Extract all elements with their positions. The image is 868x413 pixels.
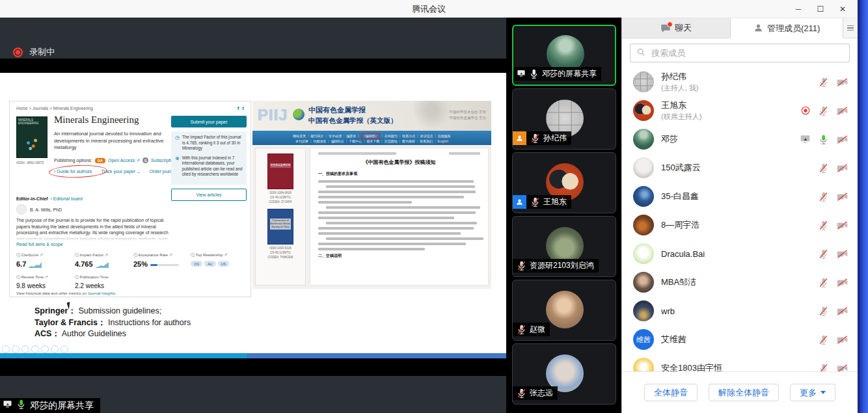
view-articles-button[interactable]: View articles <box>171 189 247 201</box>
cam-muted-icon[interactable] <box>836 134 848 145</box>
mic-muted-icon[interactable] <box>818 105 829 116</box>
breadcrumb[interactable]: Home > Journals > Minerals Engineering <box>16 106 93 111</box>
nav-item[interactable]: 本刊启事 <box>295 139 308 143</box>
member-row[interactable]: 8—周宇浩 <box>622 211 858 239</box>
shared-screen-content: Home > Journals > Minerals Engineering f… <box>0 73 506 353</box>
review-time-label: Review Time <box>16 274 48 280</box>
cam-muted-icon[interactable] <box>836 248 848 260</box>
video-thumbnail[interactable]: 孙纪伟 <box>512 88 616 150</box>
impact-factor-trend-chart <box>96 261 109 268</box>
mic-muted-icon[interactable] <box>818 163 829 174</box>
read-aims-link[interactable]: Read full aims & scope <box>16 242 63 246</box>
nav-item[interactable]: 在线期刊 <box>385 134 398 138</box>
participant-name: 邓莎的屏幕共享 <box>542 68 597 79</box>
sponsor-line: 中国有色金属学会 主办 <box>449 115 486 121</box>
video-thumbnail[interactable]: 资源研2103刘启鸿 <box>512 216 616 277</box>
nav-item[interactable]: 自助服务 <box>438 134 451 138</box>
close-button[interactable]: ✕ <box>832 0 854 18</box>
mic-muted-icon[interactable] <box>818 220 829 231</box>
cam-muted-icon[interactable] <box>836 163 848 174</box>
mute-all-button[interactable]: 全体静音 <box>644 384 698 401</box>
tab-chat[interactable]: 聊天 <box>622 18 731 38</box>
nav-item[interactable]: 网站首页 <box>293 134 306 138</box>
mic-muted-dark-icon <box>530 196 541 207</box>
member-row[interactable]: MBA邹洁 <box>622 268 858 297</box>
member-list: 孙纪伟(主持人, 我)王旭东(联席主持人)邓莎150武露云35-白昌鑫8—周宇浩… <box>622 68 858 371</box>
recording-icon[interactable] <box>800 105 811 116</box>
nav-item[interactable]: 往期浏览 <box>313 139 326 143</box>
titlebar: 腾讯会议 ─ ☐ ✕ <box>0 0 858 18</box>
nav-item[interactable]: 图书推荐 <box>402 139 415 143</box>
unmute-all-button[interactable]: 解除全体静音 <box>709 384 779 401</box>
maximize-button[interactable]: ☐ <box>809 0 832 18</box>
submit-paper-button[interactable]: Submit your paper <box>171 116 247 127</box>
journal-insights-link[interactable]: Journal Insights. <box>88 291 116 295</box>
nav-item[interactable]: 会议信息 <box>420 134 433 138</box>
nav-item[interactable]: 期刊简介 <box>311 134 324 138</box>
minimize-button[interactable]: ─ <box>787 0 809 18</box>
cover-caption: ISSN 1003-6326 <box>256 246 305 251</box>
nav-item[interactable]: 《编辑部》 <box>361 133 380 139</box>
nav-item[interactable]: 交流园地 <box>385 139 398 143</box>
facebook-icon[interactable]: f <box>237 105 239 111</box>
mic-muted-icon[interactable] <box>818 334 829 345</box>
open-access-link[interactable]: Open Access ↗ <box>108 158 140 163</box>
member-avatar <box>633 129 654 150</box>
cam-muted-icon[interactable] <box>836 306 848 317</box>
cam-muted-icon[interactable] <box>836 363 848 372</box>
nav-item[interactable]: English <box>438 139 448 143</box>
member-row[interactable]: Dracula.Bai <box>622 239 858 268</box>
editorial-board-link[interactable]: Editorial board <box>51 196 83 201</box>
nav-item[interactable]: 相关下载 <box>366 139 379 143</box>
member-avatar <box>633 272 654 293</box>
cam-muted-icon[interactable] <box>836 105 848 116</box>
member-row[interactable]: wrb <box>622 297 858 325</box>
acceptance-rate-bar <box>150 264 179 266</box>
member-row[interactable]: 孙纪伟(主持人, 我) <box>622 68 858 96</box>
member-row[interactable]: 维茜艾维茜 <box>622 325 858 354</box>
cam-muted-icon[interactable] <box>836 334 848 345</box>
nav-item[interactable]: 编辑队伍 <box>331 139 344 143</box>
twitter-icon[interactable]: t <box>242 105 244 111</box>
nav-item[interactable]: 联系方式 <box>402 134 415 138</box>
screen-icon[interactable] <box>800 135 811 144</box>
video-thumbnail-strip: 邓莎的屏幕共享孙纪伟王旭东资源研2103刘启鸿赵微张志远 <box>506 18 621 413</box>
chat-icon <box>660 23 671 33</box>
video-thumbnail[interactable]: 王旭东 <box>512 152 616 213</box>
member-row[interactable]: 邓莎 <box>622 125 858 153</box>
window-title: 腾讯会议 <box>0 3 858 15</box>
mic-muted-icon[interactable] <box>818 248 829 260</box>
video-thumbnail[interactable]: 邓莎的屏幕共享 <box>512 25 616 86</box>
mic-muted-icon[interactable] <box>818 277 829 288</box>
cam-muted-icon[interactable] <box>836 277 848 288</box>
mic-muted-icon[interactable] <box>818 77 829 88</box>
tab-manage-members[interactable]: 管理成员(211) <box>731 18 843 38</box>
participant-name: 资源研2103刘启鸿 <box>530 260 594 271</box>
mic-muted-icon[interactable] <box>818 363 829 372</box>
member-row[interactable]: 王旭东(联席主持人) <box>622 96 858 125</box>
nav-item[interactable]: 学术伦理 <box>329 134 342 138</box>
cn-journal-page: PIIJ 中国有色金属学报 中国有色金属学报（英文版） 中国科学技术协会 主管 … <box>252 101 491 289</box>
caret-down-icon <box>821 391 826 394</box>
nav-item[interactable]: 联系我们 <box>420 139 433 143</box>
video-thumbnail[interactable]: 赵微 <box>512 280 616 341</box>
mic-muted-icon[interactable] <box>818 306 829 317</box>
member-row[interactable]: 安全1803由宇恒 <box>622 354 858 371</box>
member-row[interactable]: 150武露云 <box>622 153 858 182</box>
nav-item[interactable]: 下载中心 <box>349 139 362 143</box>
mic-on-icon[interactable] <box>818 134 829 145</box>
video-thumbnail[interactable]: 张志远 <box>512 343 616 405</box>
cn-journal-navbar: 网站首页|期刊简介|学术伦理|编委会|《编辑部》|在线期刊|联系方式|会议信息|… <box>252 131 491 145</box>
member-row[interactable]: 35-白昌鑫 <box>622 182 858 211</box>
info-impact-factor: The Impact Factor of this journal is 4.7… <box>182 135 243 152</box>
screen-share-banner-label: 邓莎的屏幕共享 <box>30 400 94 412</box>
cam-muted-icon[interactable] <box>836 191 848 202</box>
mic-muted-icon[interactable] <box>818 191 829 202</box>
cam-muted-icon[interactable] <box>836 77 848 88</box>
cam-muted-icon[interactable] <box>836 220 848 231</box>
member-name: wrb <box>661 306 818 316</box>
search-input[interactable] <box>650 47 843 59</box>
panel-menu-button[interactable] <box>843 18 858 38</box>
nav-item[interactable]: 编委会 <box>346 134 356 138</box>
more-button[interactable]: 更多 <box>790 384 835 401</box>
